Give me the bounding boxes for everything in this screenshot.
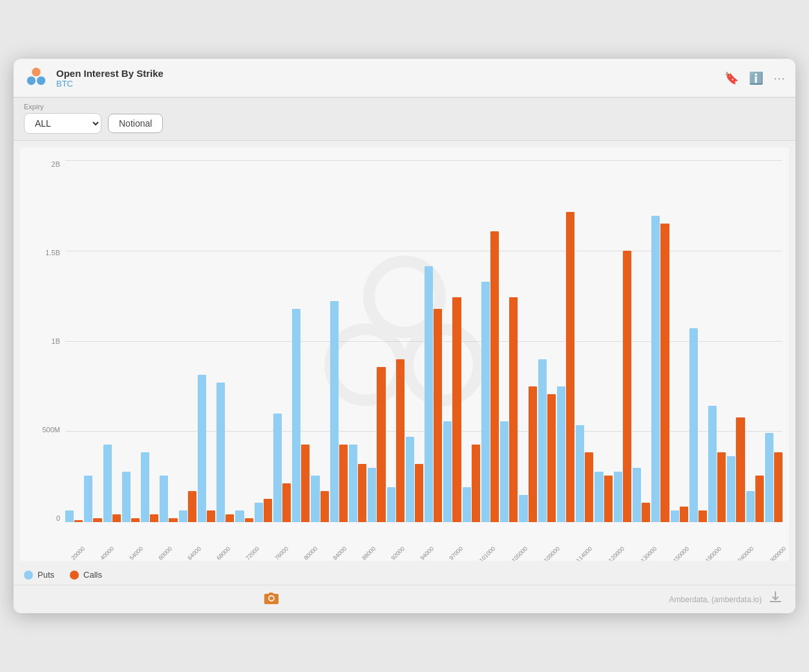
call-bar bbox=[169, 518, 177, 522]
x-label: 72000 bbox=[244, 545, 260, 561]
call-bar bbox=[282, 483, 291, 522]
put-bar bbox=[65, 510, 74, 522]
call-bar bbox=[623, 251, 631, 522]
call-bar bbox=[301, 445, 310, 522]
bar-group bbox=[765, 433, 783, 522]
x-label: 20000 bbox=[70, 545, 86, 561]
info-icon[interactable]: ℹ️ bbox=[749, 71, 763, 85]
bar-group bbox=[651, 216, 669, 522]
put-bar bbox=[141, 452, 149, 522]
call-bar bbox=[358, 464, 366, 522]
call-bar bbox=[642, 503, 650, 522]
y-label-2b: 2B bbox=[52, 160, 60, 168]
notional-button[interactable]: Notional bbox=[108, 114, 163, 133]
call-bar bbox=[415, 464, 423, 522]
bar-group bbox=[122, 472, 140, 522]
call-bar bbox=[585, 452, 593, 522]
x-label: 94000 bbox=[419, 545, 435, 561]
put-bar bbox=[425, 266, 433, 522]
bar-group bbox=[292, 309, 310, 522]
put-bar bbox=[255, 503, 263, 522]
download-icon[interactable] bbox=[768, 591, 783, 608]
bar-group bbox=[576, 425, 593, 522]
bar-group bbox=[330, 301, 348, 522]
call-bar bbox=[226, 514, 234, 522]
put-bar bbox=[368, 468, 376, 522]
put-bar bbox=[557, 386, 565, 522]
call-bar bbox=[452, 297, 461, 522]
put-bar bbox=[216, 383, 225, 522]
call-bar bbox=[699, 510, 707, 522]
bars-area bbox=[65, 160, 783, 522]
put-bar bbox=[179, 510, 187, 522]
bar-group bbox=[198, 375, 215, 522]
put-bar bbox=[292, 309, 300, 522]
call-bar bbox=[604, 476, 613, 522]
call-bar bbox=[680, 507, 688, 522]
bar-group bbox=[179, 491, 196, 522]
bar-group bbox=[538, 359, 556, 522]
x-labels: 2000040000540006000064000680007200076000… bbox=[65, 545, 783, 554]
put-bar bbox=[387, 487, 395, 522]
bar-group bbox=[500, 297, 518, 522]
bookmark-icon[interactable]: 🔖 bbox=[724, 71, 739, 85]
title-text: Open Interest By Strike BTC bbox=[56, 68, 717, 89]
main-window: Open Interest By Strike BTC 🔖 ℹ️ ⋯ Expir… bbox=[14, 59, 795, 613]
call-bar bbox=[207, 510, 215, 522]
x-label: 150000 bbox=[672, 545, 690, 561]
svg-point-1 bbox=[27, 76, 36, 85]
expiry-select[interactable]: ALL bbox=[24, 113, 101, 134]
put-bar bbox=[349, 445, 357, 522]
x-label: 114000 bbox=[575, 545, 593, 561]
put-bar bbox=[443, 421, 452, 522]
chart-container: 2B 1.5B 1B 500M 0 2000040000540006000064… bbox=[20, 147, 789, 561]
bar-group bbox=[311, 476, 328, 522]
bar-group bbox=[216, 383, 234, 522]
bar-group bbox=[463, 445, 480, 522]
bar-group bbox=[141, 452, 158, 522]
put-bar bbox=[538, 359, 547, 522]
x-label: 240000 bbox=[737, 545, 755, 561]
call-bar bbox=[150, 514, 158, 522]
legend-puts: Puts bbox=[24, 570, 54, 580]
bar-group bbox=[708, 406, 726, 522]
camera-icon[interactable] bbox=[264, 591, 279, 608]
put-bar bbox=[103, 445, 112, 522]
call-bar bbox=[755, 476, 764, 522]
x-label: 60000 bbox=[157, 545, 173, 561]
put-bar bbox=[481, 282, 490, 522]
footer-credit: Amberdata, (amberdata.io) bbox=[517, 595, 762, 604]
bar-group bbox=[594, 472, 612, 522]
call-bar bbox=[396, 359, 404, 522]
call-bar bbox=[377, 367, 385, 522]
svg-point-6 bbox=[269, 596, 273, 600]
call-bar bbox=[509, 297, 518, 522]
footer-icons bbox=[26, 591, 517, 608]
put-bar bbox=[727, 456, 735, 522]
x-label: 40000 bbox=[99, 545, 115, 561]
y-label-0: 0 bbox=[56, 514, 60, 522]
y-label-1-5b: 1.5B bbox=[45, 249, 60, 257]
more-icon[interactable]: ⋯ bbox=[773, 71, 785, 85]
bar-group bbox=[84, 476, 101, 522]
x-label: 101000 bbox=[478, 545, 496, 561]
bar-group bbox=[557, 212, 574, 522]
chart-area: 2B 1.5B 1B 500M 0 2000040000540006000064… bbox=[14, 141, 795, 561]
x-label: 84000 bbox=[331, 545, 348, 561]
y-label-500m: 500M bbox=[42, 426, 60, 434]
bar-group bbox=[519, 386, 536, 522]
put-bar bbox=[122, 472, 131, 522]
bar-group bbox=[368, 367, 385, 522]
bar-group bbox=[65, 510, 83, 522]
puts-dot bbox=[24, 571, 33, 580]
svg-point-2 bbox=[37, 76, 45, 85]
call-bar bbox=[660, 224, 669, 522]
call-bar bbox=[736, 417, 744, 522]
call-bar bbox=[264, 499, 272, 522]
bar-group bbox=[406, 437, 423, 522]
bar-group bbox=[349, 445, 366, 522]
toolbar: Expiry ALL Notional bbox=[14, 98, 795, 141]
put-bar bbox=[651, 216, 660, 522]
y-axis: 2B 1.5B 1B 500M 0 bbox=[26, 160, 65, 522]
call-bar bbox=[547, 394, 556, 522]
